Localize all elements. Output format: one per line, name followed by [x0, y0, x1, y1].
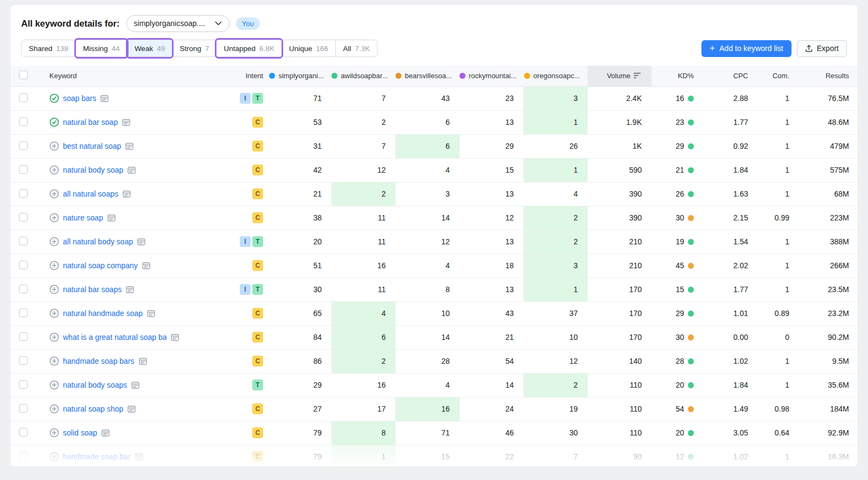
- position-cell: 21: [459, 325, 524, 349]
- serp-features-icon[interactable]: [171, 334, 179, 341]
- add-keyword-icon[interactable]: [49, 141, 59, 151]
- row-checkbox[interactable]: [19, 189, 28, 198]
- row-checkbox[interactable]: [19, 356, 28, 365]
- row-checkbox[interactable]: [19, 285, 28, 293]
- serp-features-icon[interactable]: [147, 310, 155, 317]
- keyword-link[interactable]: all natural soaps: [63, 190, 118, 198]
- keyword-link[interactable]: best natural soap: [63, 142, 121, 150]
- column-header-keyword[interactable]: Keyword: [36, 66, 229, 86]
- serp-features-icon[interactable]: [135, 453, 143, 460]
- serp-features-icon[interactable]: [127, 406, 136, 413]
- serp-features-icon[interactable]: [137, 238, 145, 245]
- row-checkbox[interactable]: [19, 237, 28, 245]
- intent-cell: C: [229, 182, 267, 206]
- filter-tab-strong[interactable]: Strong 7: [172, 40, 216, 56]
- row-checkbox[interactable]: [19, 117, 28, 126]
- filter-tab-untapped[interactable]: Untapped 6.8K: [216, 40, 281, 56]
- row-checkbox[interactable]: [19, 332, 28, 341]
- keyword-link[interactable]: all natural body soap: [63, 237, 133, 246]
- position-cell: 29: [267, 373, 331, 397]
- keyword-link[interactable]: natural bar soap: [63, 118, 118, 127]
- keyword-link[interactable]: handmade soap bars: [63, 357, 135, 365]
- table-row: handmade soap bar C 79 1 15 22 7 90 12 1…: [10, 445, 858, 467]
- add-keyword-icon[interactable]: [49, 380, 59, 390]
- row-checkbox[interactable]: [19, 380, 28, 389]
- add-keyword-icon[interactable]: [49, 308, 59, 318]
- row-checkbox[interactable]: [19, 213, 28, 222]
- domain-selector[interactable]: simplyorganicsoap....: [126, 15, 230, 32]
- keyword-link[interactable]: nature soap: [63, 213, 103, 222]
- keyword-link[interactable]: natural soap shop: [63, 405, 123, 413]
- filter-tab-unique[interactable]: Unique 166: [282, 40, 335, 56]
- com-cell: 1: [758, 373, 799, 397]
- add-keyword-icon[interactable]: [49, 237, 59, 247]
- position-cell: 24: [459, 397, 524, 421]
- column-header-kd[interactable]: KD%: [652, 66, 701, 86]
- row-checkbox[interactable]: [19, 404, 28, 413]
- position-cell: 17: [331, 397, 395, 421]
- serp-features-icon[interactable]: [131, 382, 139, 389]
- column-header-competitor-5[interactable]: oregonsoapc...: [524, 66, 588, 86]
- add-keyword-icon[interactable]: [49, 189, 59, 199]
- serp-features-icon[interactable]: [127, 167, 136, 174]
- competitor-dot: [269, 73, 275, 79]
- keyword-link[interactable]: handmade soap bar: [63, 452, 131, 461]
- row-checkbox[interactable]: [19, 261, 28, 269]
- select-all-checkbox[interactable]: [19, 71, 28, 79]
- serp-features-icon[interactable]: [125, 143, 133, 150]
- add-keyword-icon[interactable]: [49, 428, 59, 438]
- filter-tab-missing[interactable]: Missing 44: [75, 40, 127, 56]
- row-checkbox[interactable]: [19, 93, 28, 102]
- row-checkbox[interactable]: [19, 165, 28, 174]
- keyword-link[interactable]: natural body soaps: [63, 381, 127, 389]
- column-header-competitor-2[interactable]: awildsoapbar...: [331, 66, 395, 86]
- intent-badge-c: C: [252, 117, 263, 128]
- position-cell: 2: [524, 206, 588, 230]
- column-header-competitor-4[interactable]: rockymountai...: [459, 66, 524, 86]
- add-to-keyword-list-button[interactable]: + Add to keyword list: [701, 40, 791, 57]
- add-keyword-icon[interactable]: [49, 356, 59, 366]
- add-keyword-icon[interactable]: [49, 165, 59, 175]
- column-header-cpc[interactable]: CPC: [701, 66, 758, 86]
- intent-badge-c: C: [252, 165, 263, 175]
- column-header-competitor-1[interactable]: simplyorgani...: [267, 66, 331, 86]
- add-keyword-icon[interactable]: [49, 261, 59, 270]
- export-button[interactable]: Export: [797, 40, 847, 57]
- filter-tab-weak[interactable]: Weak 49: [127, 40, 172, 56]
- serp-features-icon[interactable]: [122, 119, 130, 126]
- column-header-results[interactable]: Results: [799, 66, 858, 86]
- column-header-volume[interactable]: Volume: [588, 66, 652, 86]
- keyword-link[interactable]: natural body soap: [63, 166, 123, 174]
- keyword-link[interactable]: soap bars: [63, 94, 96, 103]
- filter-tab-all[interactable]: All 7.3K: [335, 40, 377, 56]
- row-checkbox[interactable]: [19, 141, 28, 150]
- add-keyword-icon[interactable]: [49, 285, 59, 294]
- keyword-link[interactable]: natural bar soaps: [63, 285, 122, 294]
- serp-features-icon[interactable]: [101, 430, 110, 437]
- filter-tab-shared[interactable]: Shared 138: [22, 40, 75, 56]
- intent-badge-t: T: [252, 380, 263, 390]
- serp-features-icon[interactable]: [139, 358, 147, 365]
- serp-features-icon[interactable]: [142, 262, 150, 269]
- kd-cell: 20: [652, 373, 701, 397]
- serp-features-icon[interactable]: [123, 191, 131, 198]
- serp-features-icon[interactable]: [126, 286, 134, 293]
- column-header-competitor-3[interactable]: bearsvillesoa...: [395, 66, 459, 86]
- keyword-link[interactable]: what is a great natural soap ba: [63, 333, 167, 342]
- row-checkbox[interactable]: [19, 452, 28, 460]
- position-cell: 65: [267, 301, 331, 325]
- keyword-link[interactable]: solid soap: [63, 428, 97, 437]
- serp-features-icon[interactable]: [100, 95, 108, 102]
- add-keyword-icon[interactable]: [49, 332, 59, 342]
- keyword-link[interactable]: natural handmade soap: [63, 309, 143, 318]
- serp-features-icon[interactable]: [107, 214, 116, 222]
- add-keyword-icon[interactable]: [49, 452, 59, 462]
- row-checkbox[interactable]: [19, 308, 28, 317]
- keyword-link[interactable]: natural soap company: [63, 261, 138, 270]
- row-checkbox[interactable]: [19, 428, 28, 437]
- column-header-intent[interactable]: Intent: [229, 66, 267, 86]
- add-keyword-icon[interactable]: [49, 404, 59, 414]
- column-header-com[interactable]: Com.: [758, 66, 799, 86]
- add-keyword-icon[interactable]: [49, 213, 59, 223]
- position-cell: 29: [459, 134, 524, 158]
